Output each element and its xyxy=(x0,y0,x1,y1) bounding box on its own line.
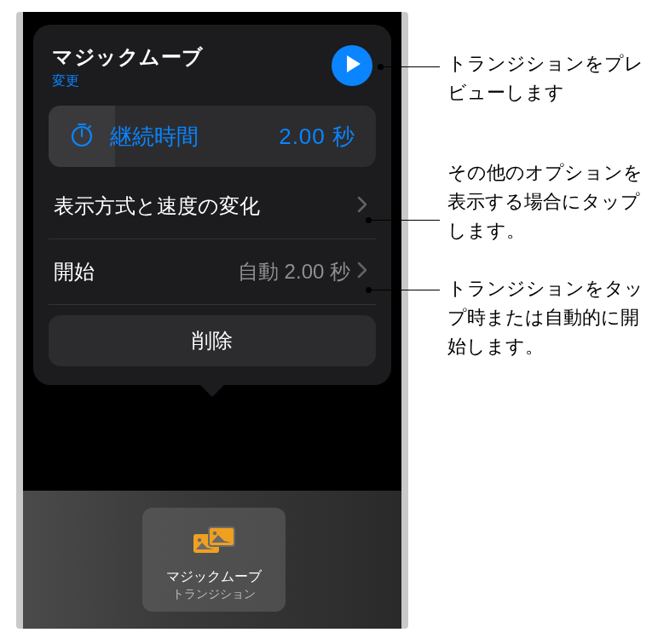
popover-header: マジックムーブ 変更 xyxy=(33,43,391,106)
app-frame: マジックムーブ トランジション マジックムーブ 変更 xyxy=(16,12,408,629)
callout-line xyxy=(368,290,440,290)
start-label: 開始 xyxy=(54,258,95,285)
transition-popover: マジックムーブ 変更 継続時間 xyxy=(33,25,391,385)
chevron-right-icon xyxy=(357,196,367,216)
duration-value: 2.00 秒 xyxy=(279,122,355,152)
transition-thumbnail-tile[interactable]: マジックムーブ トランジション xyxy=(142,508,286,612)
play-icon xyxy=(342,55,362,77)
svg-rect-1 xyxy=(209,527,234,546)
callout-line xyxy=(380,66,440,67)
delivery-row[interactable]: 表示方式と速度の変化 xyxy=(49,174,376,239)
chevron-right-icon xyxy=(357,262,367,282)
thumbnail-subtitle: トランジション xyxy=(172,587,256,602)
duration-label: 継続時間 xyxy=(110,122,279,152)
preview-button[interactable] xyxy=(332,45,372,86)
svg-point-2 xyxy=(198,538,201,542)
callout-options: その他のオプションを表示する場合にタップします。 xyxy=(447,158,644,245)
delete-label: 削除 xyxy=(192,327,233,354)
duration-row[interactable]: 継続時間 2.00 秒 xyxy=(49,106,376,167)
start-row[interactable]: 開始 自動 2.00 秒 xyxy=(49,239,376,305)
change-link[interactable]: 変更 xyxy=(52,72,204,90)
timer-icon xyxy=(69,122,95,151)
slide-navigator: マジックムーブ トランジション xyxy=(23,491,401,629)
delete-button[interactable]: 削除 xyxy=(49,315,376,366)
svg-line-7 xyxy=(89,126,90,128)
popover-title: マジックムーブ xyxy=(52,43,204,71)
callout-start: トランジションをタップ時または自動的に開始します。 xyxy=(447,274,644,361)
callout-line xyxy=(368,220,440,221)
thumbnail-title: マジックムーブ xyxy=(166,568,262,586)
callout-preview: トランジションをプレビューします xyxy=(447,49,644,107)
svg-point-3 xyxy=(213,532,216,535)
delivery-label: 表示方式と速度の変化 xyxy=(54,193,260,220)
start-value: 自動 2.00 秒 xyxy=(238,258,350,285)
magic-move-icon xyxy=(190,524,238,561)
